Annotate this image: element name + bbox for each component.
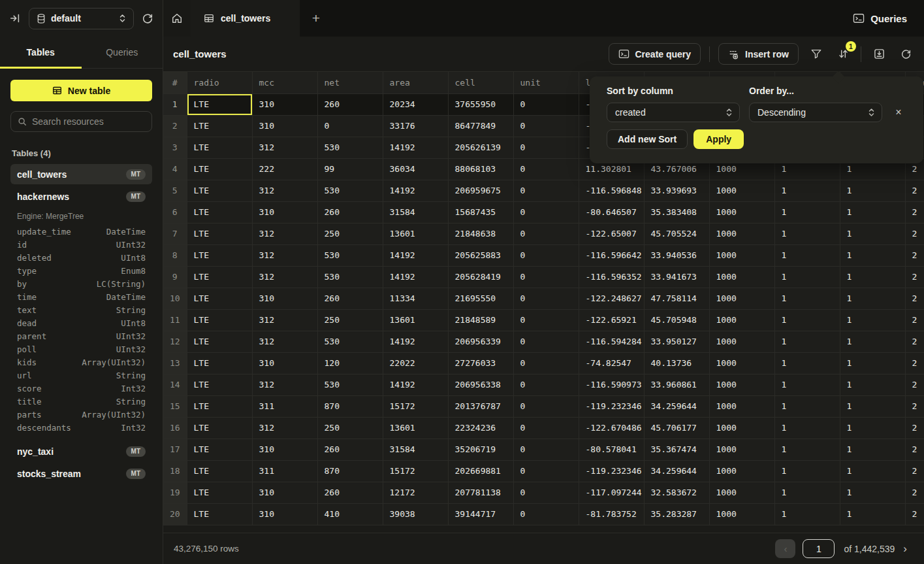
data-cell[interactable]: 0 (513, 158, 579, 180)
data-cell[interactable]: 311 (252, 460, 317, 482)
data-cell[interactable]: 120 (317, 352, 383, 374)
data-cell[interactable]: 1000 (709, 180, 774, 201)
data-cell[interactable]: 310 (252, 93, 317, 115)
sidebar-item-stocks-stream[interactable]: stocks_stream MT (10, 463, 152, 484)
data-cell[interactable]: 310 (252, 503, 317, 525)
data-cell[interactable]: 33.950127 (644, 331, 709, 352)
data-cell[interactable]: 310 (252, 201, 317, 223)
data-cell[interactable]: 1 (774, 374, 840, 395)
data-cell[interactable]: LTE (187, 331, 252, 352)
next-page-button[interactable]: › (902, 542, 908, 556)
data-cell[interactable]: 1000 (709, 374, 774, 395)
data-cell[interactable]: 15172 (383, 395, 448, 417)
data-cell[interactable]: 39038 (383, 503, 448, 525)
sort-column-select[interactable]: created (607, 103, 740, 122)
data-cell[interactable]: LTE (187, 180, 252, 201)
data-cell[interactable]: 0 (513, 201, 579, 223)
data-cell[interactable]: 2 (905, 439, 924, 460)
data-cell[interactable]: 207781138 (448, 482, 513, 503)
data-cell[interactable]: 310 (252, 288, 317, 309)
data-cell[interactable]: 14192 (383, 244, 448, 266)
data-cell[interactable]: 2 (905, 244, 924, 266)
data-cell[interactable]: -80.578041 (579, 439, 644, 460)
data-cell[interactable]: 2 (905, 331, 924, 352)
data-cell[interactable]: 1 (774, 223, 840, 244)
data-cell[interactable]: 310 (252, 115, 317, 137)
data-cell[interactable]: 21848589 (448, 309, 513, 331)
data-cell[interactable]: LTE (187, 439, 252, 460)
data-cell[interactable]: 1000 (709, 244, 774, 266)
data-cell[interactable]: 1000 (709, 460, 774, 482)
data-cell[interactable]: -119.232346 (579, 460, 644, 482)
data-cell[interactable]: 2 (905, 288, 924, 309)
data-cell[interactable]: 36034 (383, 158, 448, 180)
data-cell[interactable]: 13601 (383, 223, 448, 244)
data-cell[interactable]: 1 (774, 417, 840, 439)
data-cell[interactable]: 206959675 (448, 180, 513, 201)
data-cell[interactable]: 1 (774, 309, 840, 331)
data-cell[interactable]: 222 (252, 158, 317, 180)
data-cell[interactable]: 45.706177 (644, 417, 709, 439)
data-cell[interactable]: -122.65007 (579, 223, 644, 244)
data-cell[interactable]: 12172 (383, 482, 448, 503)
data-cell[interactable]: 14192 (383, 374, 448, 395)
data-cell[interactable]: LTE (187, 417, 252, 439)
data-cell[interactable]: 33.960861 (644, 374, 709, 395)
data-cell[interactable]: 1 (774, 460, 840, 482)
data-cell[interactable]: -122.65921 (579, 309, 644, 331)
data-cell[interactable]: -117.097244 (579, 482, 644, 503)
data-cell[interactable]: 312 (252, 331, 317, 352)
data-cell[interactable]: 2 (905, 201, 924, 223)
data-cell[interactable]: 530 (317, 266, 383, 288)
data-cell[interactable]: 1 (774, 395, 840, 417)
previous-page-button[interactable]: ‹ (775, 539, 795, 558)
data-cell[interactable]: 0 (513, 223, 579, 244)
data-cell[interactable]: 2 (905, 309, 924, 331)
data-cell[interactable]: -122.670486 (579, 417, 644, 439)
data-cell[interactable]: 33.941673 (644, 266, 709, 288)
data-cell[interactable]: -116.590973 (579, 374, 644, 395)
data-cell[interactable]: 1 (840, 201, 905, 223)
remove-sort-button[interactable]: × (891, 107, 906, 118)
data-cell[interactable]: 1 (840, 374, 905, 395)
data-cell[interactable]: 34.259644 (644, 395, 709, 417)
data-cell[interactable]: 250 (317, 223, 383, 244)
data-cell[interactable]: 2 (905, 223, 924, 244)
sidebar-tab-queries[interactable]: Queries (82, 37, 163, 68)
data-cell[interactable]: 312 (252, 244, 317, 266)
data-cell[interactable]: 1 (840, 288, 905, 309)
data-cell[interactable]: 1 (840, 244, 905, 266)
column-header-radio[interactable]: radio (187, 72, 252, 93)
sort-order-select[interactable]: Descending (749, 103, 882, 122)
data-cell[interactable]: -119.232346 (579, 395, 644, 417)
data-cell[interactable]: 21848638 (448, 223, 513, 244)
data-cell[interactable]: 530 (317, 244, 383, 266)
data-cell[interactable]: 0 (513, 352, 579, 374)
data-cell[interactable]: 0 (513, 288, 579, 309)
data-cell[interactable]: LTE (187, 93, 252, 115)
data-cell[interactable]: 1 (774, 180, 840, 201)
database-selector[interactable]: default (29, 8, 134, 29)
data-cell[interactable]: 260 (317, 439, 383, 460)
data-cell[interactable]: 0 (513, 460, 579, 482)
data-cell[interactable]: 312 (252, 309, 317, 331)
data-cell[interactable]: 201376787 (448, 395, 513, 417)
data-cell[interactable]: -116.596642 (579, 244, 644, 266)
data-cell[interactable]: 1 (840, 180, 905, 201)
data-cell[interactable]: LTE (187, 244, 252, 266)
refresh-databases-icon[interactable] (142, 12, 153, 24)
data-cell[interactable]: 1000 (709, 417, 774, 439)
data-cell[interactable]: LTE (187, 266, 252, 288)
data-cell[interactable]: 2 (905, 395, 924, 417)
data-cell[interactable]: 260 (317, 482, 383, 503)
data-cell[interactable]: 22324236 (448, 417, 513, 439)
data-cell[interactable]: 1000 (709, 266, 774, 288)
apply-sort-button[interactable]: Apply (693, 129, 744, 149)
data-cell[interactable]: 1 (840, 482, 905, 503)
data-cell[interactable]: 33.939693 (644, 180, 709, 201)
data-cell[interactable]: 260 (317, 93, 383, 115)
data-cell[interactable]: 45.705524 (644, 223, 709, 244)
data-cell[interactable]: 47.758114 (644, 288, 709, 309)
data-cell[interactable]: 310 (252, 352, 317, 374)
data-cell[interactable]: 2 (905, 460, 924, 482)
